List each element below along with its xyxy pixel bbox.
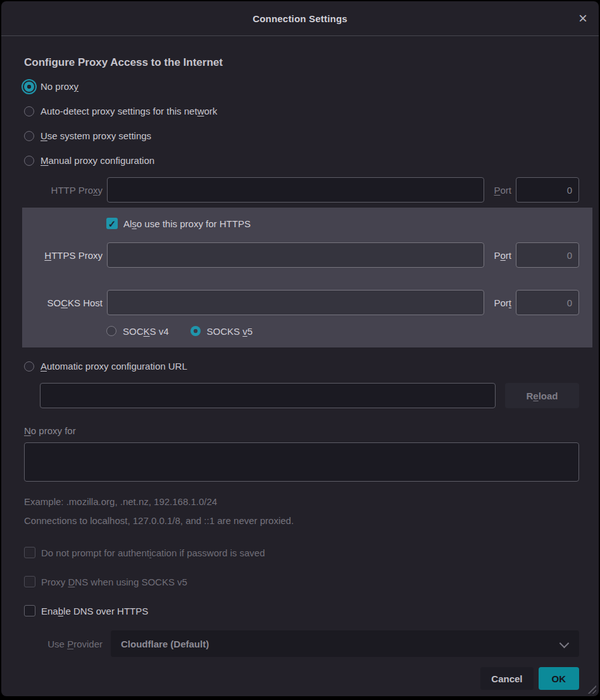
radio-use-system-label: Use system proxy settings: [41, 130, 151, 141]
close-icon[interactable]: ×: [578, 11, 587, 26]
https-proxy-input[interactable]: [107, 242, 484, 268]
https-proxy-label: HTTPS Proxy: [24, 250, 103, 261]
radio-socks-v5[interactable]: [191, 326, 201, 336]
localhost-note-text: Connections to localhost, 127.0.0.1/8, a…: [24, 515, 579, 526]
dialog-content: Configure Proxy Access to the Internet N…: [1, 56, 599, 690]
no-proxy-example-text: Example: .mozilla.org, .net.nz, 192.168.…: [24, 496, 579, 507]
radio-auto-url-label: Automatic proxy configuration URL: [41, 361, 187, 372]
socks-host-label: SOCKS Host: [24, 297, 103, 308]
auto-url-input[interactable]: [40, 383, 496, 408]
http-proxy-row: HTTP Proxy Port: [24, 177, 579, 203]
no-proxy-for-textarea[interactable]: [24, 442, 579, 482]
use-provider-label: Use Provider: [24, 639, 103, 649]
radio-use-system[interactable]: [24, 131, 34, 141]
http-proxy-input[interactable]: [107, 177, 484, 203]
http-port-label: Port: [489, 185, 511, 196]
doh-row[interactable]: Enable DNS over HTTPS: [24, 603, 579, 619]
connection-settings-dialog: Connection Settings × Configure Proxy Ac…: [1, 1, 599, 696]
doh-checkbox[interactable]: [24, 605, 35, 616]
proxy-dns-label: Proxy DNS when using SOCKS v5: [41, 577, 187, 587]
radio-socks-v4-label: SOCKS v4: [123, 326, 169, 337]
dialog-titlebar: Connection Settings ×: [1, 1, 599, 36]
no-prompt-row[interactable]: Do not prompt for authentication if pass…: [24, 544, 579, 561]
radio-socks-v4[interactable]: [106, 326, 116, 336]
radio-row-use-system[interactable]: Use system proxy settings: [24, 123, 579, 148]
also-https-label: Also use this proxy for HTTPS: [123, 218, 251, 229]
doh-label: Enable DNS over HTTPS: [41, 606, 148, 616]
https-proxy-row: HTTPS Proxy Port: [24, 242, 579, 268]
auto-url-input-row: Reload: [40, 383, 579, 408]
provider-row: Use Provider Cloudflare (Default): [24, 630, 579, 657]
radio-auto-detect-label: Auto-detect proxy settings for this netw…: [41, 106, 217, 116]
dialog-title: Connection Settings: [253, 13, 347, 24]
reload-button[interactable]: Reload: [505, 383, 579, 408]
radio-auto-url[interactable]: [24, 361, 34, 372]
provider-dropdown[interactable]: Cloudflare (Default): [111, 630, 579, 657]
chevron-down-icon: [559, 639, 570, 649]
socks-host-row: SOCKS Host Port: [24, 289, 579, 316]
proxy-dns-row[interactable]: Proxy DNS when using SOCKS v5: [24, 573, 579, 590]
http-port-input[interactable]: [516, 177, 579, 203]
page-title: Configure Proxy Access to the Internet: [24, 56, 579, 69]
radio-manual[interactable]: [24, 156, 34, 166]
footer-buttons: Cancel OK: [24, 667, 579, 690]
socks-version-row: SOCKS v4 SOCKS v5: [106, 323, 579, 339]
radio-row-manual[interactable]: Manual proxy configuration: [24, 148, 579, 173]
socks-port-label: Port: [489, 297, 511, 308]
ok-button[interactable]: OK: [539, 667, 580, 690]
also-https-checkbox[interactable]: ✓: [106, 218, 118, 229]
radio-row-auto-detect[interactable]: Auto-detect proxy settings for this netw…: [24, 99, 579, 123]
radio-socks-v5-label: SOCKS v5: [207, 326, 253, 337]
radio-auto-detect[interactable]: [24, 106, 34, 116]
no-prompt-checkbox[interactable]: [24, 547, 35, 558]
https-port-label: Port: [489, 250, 511, 261]
radio-row-no-proxy[interactable]: No proxy: [24, 74, 579, 99]
check-icon: ✓: [108, 219, 116, 228]
radio-manual-label: Manual proxy configuration: [41, 155, 154, 166]
no-prompt-label: Do not prompt for authentication if pass…: [41, 547, 265, 558]
no-proxy-for-label: No proxy for: [24, 425, 579, 436]
socks-port-input[interactable]: [516, 290, 579, 315]
http-proxy-label: HTTP Proxy: [24, 185, 103, 196]
https-port-input[interactable]: [516, 242, 579, 268]
provider-selected-value: Cloudflare (Default): [121, 639, 209, 649]
socks-host-input[interactable]: [107, 290, 484, 315]
highlighted-section: ✓ Also use this proxy for HTTPS HTTPS Pr…: [22, 208, 592, 347]
radio-no-proxy-label: No proxy: [41, 81, 78, 92]
radio-row-auto-url[interactable]: Automatic proxy configuration URL: [24, 354, 579, 378]
also-https-row[interactable]: ✓ Also use this proxy for HTTPS: [106, 215, 579, 232]
proxy-dns-checkbox[interactable]: [24, 576, 35, 587]
cancel-button[interactable]: Cancel: [480, 667, 533, 690]
radio-no-proxy[interactable]: [24, 82, 34, 92]
